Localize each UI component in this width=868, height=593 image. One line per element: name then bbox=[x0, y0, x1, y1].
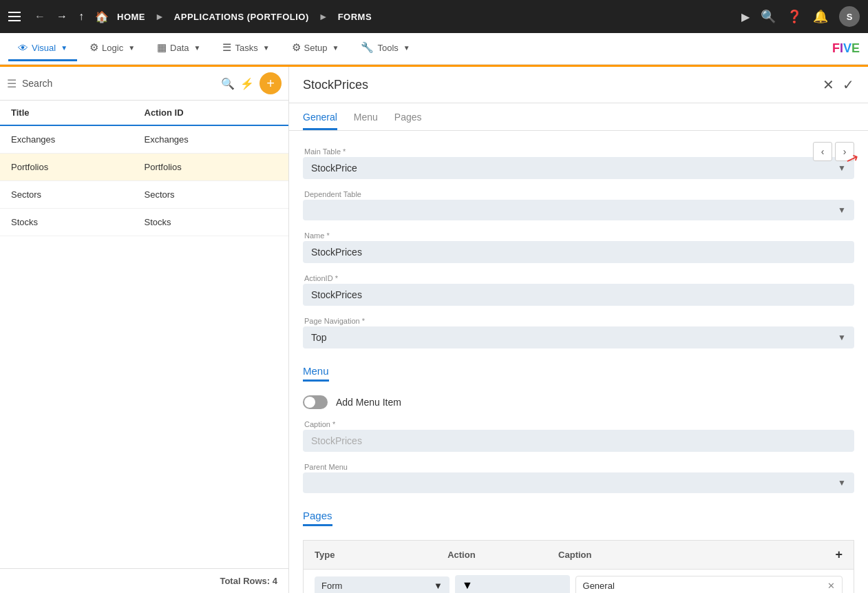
parent-menu-field: Parent Menu ▼ bbox=[303, 463, 854, 493]
row-title-sectors: Sectors bbox=[11, 189, 145, 200]
pages-add-row-button[interactable]: + bbox=[835, 548, 843, 562]
forward-arrow[interactable]: → bbox=[54, 10, 70, 23]
lightning-icon[interactable]: ⚡ bbox=[240, 77, 254, 90]
content-body: ‹ › ↗ Main Table * StockPrice ▼ Dependen… bbox=[289, 131, 868, 593]
save-check-button[interactable]: ✓ bbox=[843, 76, 854, 93]
five-logo: FIVE bbox=[832, 41, 860, 56]
row-actionid-exchanges: Exchanges bbox=[145, 134, 278, 145]
tab-pages-label: Pages bbox=[394, 112, 422, 123]
actionid-input[interactable] bbox=[311, 289, 846, 300]
row-actionid-sectors: Sectors bbox=[145, 189, 278, 200]
menu-section: Menu Add Menu Item Caption * StockPrices… bbox=[303, 365, 854, 493]
tab-logic-label: Logic bbox=[102, 43, 123, 53]
sidebar-table-header: Title Action ID bbox=[0, 101, 288, 126]
search-input[interactable] bbox=[22, 78, 215, 89]
setup-arrow: ▼ bbox=[332, 44, 339, 52]
name-label: Name * bbox=[303, 231, 854, 240]
page-navigation-arrow-icon: ▼ bbox=[838, 333, 846, 342]
avatar[interactable]: S bbox=[839, 6, 860, 27]
tab-setup[interactable]: ⚙ Setup ▼ bbox=[282, 36, 349, 61]
actionid-input-wrapper[interactable] bbox=[303, 284, 854, 306]
name-field: Name * bbox=[303, 231, 854, 263]
pages-type-select[interactable]: Form ▼ bbox=[315, 576, 449, 594]
dependent-table-field: Dependent Table ▼ bbox=[303, 190, 854, 220]
pages-action-arrow-icon: ▼ bbox=[462, 579, 473, 591]
tab-visual[interactable]: 👁 Visual ▼ bbox=[8, 37, 77, 61]
content-panel: StockPrices ✕ ✓ General Menu Pages ‹ › bbox=[289, 67, 868, 593]
filter-icon[interactable]: ☰ bbox=[7, 77, 17, 90]
search-icon[interactable]: 🔍 bbox=[221, 77, 235, 90]
setup-icon: ⚙ bbox=[292, 41, 301, 54]
tab-pages[interactable]: Pages bbox=[394, 103, 422, 130]
tools-icon: 🔧 bbox=[361, 41, 374, 54]
table-row[interactable]: Stocks Stocks bbox=[0, 209, 288, 236]
main-table-select[interactable]: StockPrice ▼ bbox=[303, 157, 854, 179]
main-layout: ☰ 🔍 ⚡ + Title Action ID Exchanges Exchan… bbox=[0, 67, 868, 593]
name-input[interactable] bbox=[311, 247, 846, 258]
panel-title: StockPrices bbox=[303, 78, 823, 92]
name-input-wrapper[interactable] bbox=[303, 241, 854, 263]
parent-menu-select[interactable]: ▼ bbox=[303, 472, 854, 493]
tab-tools-label: Tools bbox=[377, 43, 398, 53]
main-table-label: Main Table * bbox=[303, 147, 854, 156]
pages-section: Pages Type Action Caption + Form ▼ ▼ bbox=[303, 510, 854, 593]
logic-arrow: ▼ bbox=[128, 44, 135, 52]
tab-menu[interactable]: Menu bbox=[354, 103, 378, 130]
nav-next-button[interactable]: › bbox=[835, 142, 854, 161]
up-arrow[interactable]: ↑ bbox=[76, 10, 87, 23]
search-nav-icon[interactable]: 🔍 bbox=[761, 9, 776, 24]
sidebar-footer: Total Rows: 4 bbox=[0, 568, 288, 593]
content-header: StockPrices ✕ ✓ bbox=[289, 67, 868, 103]
parent-menu-label: Parent Menu bbox=[303, 463, 854, 471]
tools-arrow: ▼ bbox=[403, 44, 410, 52]
tab-tasks[interactable]: ☰ Tasks ▼ bbox=[213, 36, 279, 61]
tasks-arrow: ▼ bbox=[263, 44, 270, 52]
tab-tools[interactable]: 🔧 Tools ▼ bbox=[351, 36, 419, 61]
nav-prev-button[interactable]: ‹ bbox=[813, 142, 832, 161]
bell-icon[interactable]: 🔔 bbox=[813, 9, 828, 24]
main-table-value: StockPrice bbox=[311, 163, 838, 174]
pages-caption-field[interactable]: General ✕ bbox=[575, 576, 843, 594]
actionid-field: ActionID * bbox=[303, 274, 854, 306]
row-title-exchanges: Exchanges bbox=[11, 134, 145, 145]
pages-table-header: Type Action Caption + bbox=[303, 540, 854, 569]
second-nav: 👁 Visual ▼ ⚙ Logic ▼ ▦ Data ▼ ☰ Tasks ▼ … bbox=[0, 33, 868, 65]
dependent-table-arrow-icon: ▼ bbox=[838, 205, 846, 215]
pages-section-heading: Pages bbox=[303, 510, 332, 526]
back-arrow[interactable]: ← bbox=[32, 10, 48, 23]
tab-general-label: General bbox=[303, 112, 337, 123]
parent-menu-arrow-icon: ▼ bbox=[838, 478, 846, 488]
nav-arrows: ‹ › bbox=[813, 142, 854, 161]
tab-logic[interactable]: ⚙ Logic ▼ bbox=[80, 36, 145, 61]
data-arrow: ▼ bbox=[194, 44, 201, 52]
tab-general[interactable]: General bbox=[303, 103, 337, 130]
pages-action-select[interactable]: ▼ bbox=[455, 575, 570, 593]
help-icon[interactable]: ❓ bbox=[787, 9, 802, 24]
page-navigation-value: Top bbox=[311, 332, 838, 343]
col-title-header: Title bbox=[11, 107, 145, 118]
dependent-table-select[interactable]: ▼ bbox=[303, 200, 854, 220]
table-row[interactable]: Exchanges Exchanges bbox=[0, 126, 288, 154]
table-row[interactable]: Portfolios Portfolios bbox=[0, 154, 288, 181]
breadcrumb-forms[interactable]: FORMS bbox=[338, 12, 372, 22]
page-navigation-select[interactable]: Top ▼ bbox=[303, 326, 854, 348]
tab-menu-label: Menu bbox=[354, 112, 378, 123]
tab-data[interactable]: ▦ Data ▼ bbox=[147, 36, 210, 61]
tab-tasks-label: Tasks bbox=[235, 43, 257, 53]
tab-setup-label: Setup bbox=[304, 43, 328, 53]
hamburger-menu[interactable] bbox=[8, 12, 21, 21]
add-menu-toggle[interactable] bbox=[303, 395, 328, 409]
menu-section-heading: Menu bbox=[303, 365, 329, 382]
pages-caption-value: General bbox=[583, 581, 615, 591]
play-icon[interactable]: ▶ bbox=[741, 10, 750, 23]
sidebar-table: Title Action ID Exchanges Exchanges Port… bbox=[0, 101, 288, 568]
pages-col-action-header: Action bbox=[447, 550, 558, 560]
table-row[interactable]: Sectors Sectors bbox=[0, 181, 288, 209]
breadcrumb-home[interactable]: HOME bbox=[117, 12, 145, 22]
add-menu-item-row: Add Menu Item bbox=[303, 395, 854, 409]
caption-label: Caption * bbox=[303, 420, 854, 428]
breadcrumb-applications[interactable]: APPLICATIONS (PORTFOLIO) bbox=[174, 12, 309, 22]
close-button[interactable]: ✕ bbox=[823, 76, 834, 93]
add-button[interactable]: + bbox=[260, 72, 282, 94]
pages-caption-close-icon[interactable]: ✕ bbox=[827, 581, 835, 591]
